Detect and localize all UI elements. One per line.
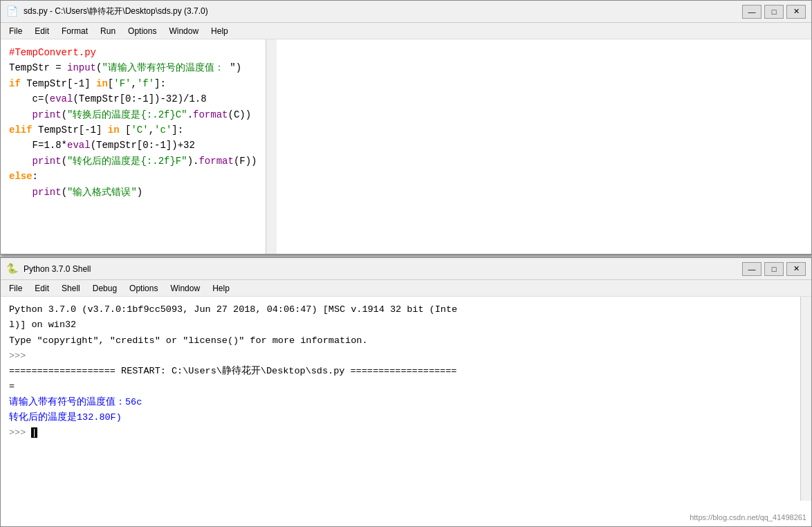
code-line-9: else: bbox=[9, 169, 257, 184]
editor-menu-run[interactable]: Run bbox=[95, 25, 121, 37]
editor-menu-edit[interactable]: Edit bbox=[29, 25, 55, 37]
editor-window-controls: — □ ✕ bbox=[742, 5, 806, 19]
shell-close-button[interactable]: ✕ bbox=[786, 262, 806, 276]
shell-window-controls: — □ ✕ bbox=[742, 262, 806, 276]
shell-line-type: Type "copyright", "credits" or "license(… bbox=[9, 333, 792, 349]
shell-line-output: 转化后的温度是132.80F) bbox=[9, 410, 792, 425]
code-line-6: elif TempStr[-1] in ['C','c']: bbox=[9, 122, 257, 138]
shell-icon: 🐍 bbox=[6, 263, 18, 275]
shell-scrollbar[interactable] bbox=[800, 297, 811, 501]
shell-menu-edit[interactable]: Edit bbox=[29, 282, 55, 295]
editor-menu-file[interactable]: File bbox=[3, 25, 28, 37]
code-line-4: c=(eval(TempStr[0:-1])-32)/1.8 bbox=[9, 91, 257, 107]
shell-line-equals: = bbox=[9, 379, 792, 394]
shell-inner: Python 3.7.0 (v3.7.0:1bf9cc5093, Jun 27 … bbox=[1, 297, 811, 501]
shell-menu-options[interactable]: Options bbox=[124, 282, 163, 295]
editor-menu-options[interactable]: Options bbox=[122, 25, 162, 37]
shell-maximize-button[interactable]: □ bbox=[764, 262, 784, 276]
shell-minimize-button[interactable]: — bbox=[742, 262, 762, 276]
code-line-5: print("转换后的温度是{:.2f}C".format(C)) bbox=[9, 107, 257, 122]
code-line-7: F=1.8*eval(TempStr[0:-1])+32 bbox=[9, 138, 257, 153]
code-line-1: #TempConvert.py bbox=[9, 45, 257, 60]
shell-menu-bar: File Edit Shell Debug Options Window Hel… bbox=[1, 280, 811, 297]
shell-line-prompt2: >>> | bbox=[9, 425, 792, 441]
shell-title: Python 3.7.0 Shell bbox=[24, 264, 737, 274]
editor-minimize-button[interactable]: — bbox=[742, 5, 762, 19]
editor-content[interactable]: #TempConvert.py TempStr = input("请输入带有符号… bbox=[1, 39, 266, 254]
shell-line-input-prompt: 请输入带有符号的温度值：56c bbox=[9, 395, 792, 410]
shell-line-version: Python 3.7.0 (v3.7.0:1bf9cc5093, Jun 27 … bbox=[9, 302, 792, 317]
editor-title-bar: 📄 sds.py - C:\Users\静待花开\Desktop\sds.py … bbox=[1, 1, 811, 23]
shell-line-prompt1: >>> bbox=[9, 349, 792, 364]
editor-scrollbar[interactable] bbox=[266, 39, 277, 254]
editor-inner: #TempConvert.py TempStr = input("请输入带有符号… bbox=[1, 39, 811, 254]
editor-menu-format[interactable]: Format bbox=[56, 25, 93, 37]
code-line-10: print("输入格式错误") bbox=[9, 185, 257, 200]
watermark: https://blog.csdn.net/qq_41498261 bbox=[690, 513, 806, 521]
editor-close-button[interactable]: ✕ bbox=[786, 5, 806, 19]
code-line-2: TempStr = input("请输入带有符号的温度值： ") bbox=[9, 60, 257, 75]
shell-menu-help[interactable]: Help bbox=[207, 282, 235, 295]
shell-menu-shell[interactable]: Shell bbox=[56, 282, 86, 295]
shell-menu-window[interactable]: Window bbox=[165, 282, 205, 295]
editor-menu-help[interactable]: Help bbox=[205, 25, 234, 37]
code-line-3: if TempStr[-1] in['F','f']: bbox=[9, 76, 257, 91]
shell-menu-file[interactable]: File bbox=[3, 282, 28, 295]
shell-window: 🐍 Python 3.7.0 Shell — □ ✕ File Edit She… bbox=[0, 257, 812, 527]
editor-window: 📄 sds.py - C:\Users\静待花开\Desktop\sds.py … bbox=[0, 0, 812, 255]
shell-menu-debug[interactable]: Debug bbox=[87, 282, 122, 295]
editor-maximize-button[interactable]: □ bbox=[764, 5, 784, 19]
editor-icon: 📄 bbox=[6, 6, 18, 17]
shell-content[interactable]: Python 3.7.0 (v3.7.0:1bf9cc5093, Jun 27 … bbox=[1, 297, 800, 501]
shell-line-version2: l)] on win32 bbox=[9, 317, 792, 333]
code-line-8: print("转化后的温度是{:.2f}F").format(F)) bbox=[9, 154, 257, 169]
shell-line-restart: =================== RESTART: C:\Users\静待… bbox=[9, 364, 792, 379]
editor-title: sds.py - C:\Users\静待花开\Desktop\sds.py (3… bbox=[24, 6, 737, 17]
editor-menu-bar: File Edit Format Run Options Window Help bbox=[1, 23, 811, 39]
editor-menu-window[interactable]: Window bbox=[163, 25, 204, 37]
shell-title-bar: 🐍 Python 3.7.0 Shell — □ ✕ bbox=[1, 258, 811, 280]
